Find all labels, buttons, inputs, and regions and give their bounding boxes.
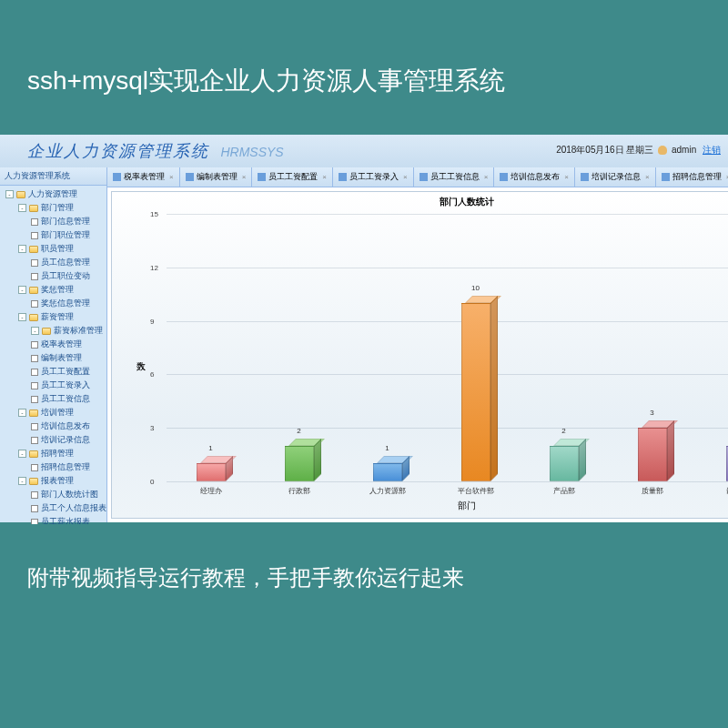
- tree-node[interactable]: -人力资源管理: [0, 187, 106, 201]
- tree-node[interactable]: 员工工资录入: [0, 379, 106, 392]
- tree-label: 薪资管理: [41, 311, 74, 323]
- bar-slot: 10平台软件部: [431, 214, 520, 481]
- tab[interactable]: 员工工资信息×: [414, 167, 495, 187]
- close-icon[interactable]: ×: [169, 173, 174, 181]
- tree-node[interactable]: 员工信息管理: [0, 256, 106, 269]
- tree-label: 员工工资录入: [41, 379, 90, 391]
- tree-node[interactable]: 员工工资信息: [0, 392, 106, 406]
- tab-icon: [186, 173, 194, 181]
- expand-icon[interactable]: -: [18, 450, 26, 458]
- bar-value-label: 10: [471, 284, 480, 292]
- tree-node[interactable]: -薪资管理: [0, 310, 106, 324]
- tree-node[interactable]: 税率表管理: [0, 338, 106, 351]
- tree-node[interactable]: 部门职位管理: [0, 228, 106, 242]
- header-user: admin: [672, 145, 696, 155]
- bar-slot: 3质量部: [608, 214, 696, 481]
- bar: [197, 456, 226, 481]
- close-icon[interactable]: ×: [645, 173, 650, 181]
- tree-label: 薪资标准管理: [54, 325, 103, 337]
- bar-slot: 1经理办: [167, 214, 255, 481]
- tab[interactable]: 税率表管理×: [107, 167, 180, 187]
- leaf-icon: [31, 464, 38, 471]
- tab-icon: [113, 173, 121, 181]
- close-icon[interactable]: ×: [564, 173, 569, 181]
- folder-open-icon: [29, 314, 38, 321]
- expand-icon[interactable]: -: [18, 477, 26, 485]
- close-icon[interactable]: ×: [403, 173, 408, 181]
- tab[interactable]: 培训信息发布×: [494, 167, 575, 187]
- tree-node[interactable]: 员工工资配置: [0, 365, 106, 379]
- tab[interactable]: 招聘信息管理×: [656, 167, 728, 187]
- tree-label: 部门人数统计图: [41, 489, 98, 500]
- tree-node[interactable]: -招聘管理: [0, 447, 106, 460]
- expand-icon[interactable]: -: [18, 204, 26, 212]
- tree-label: 培训信息发布: [41, 420, 90, 432]
- tree-label: 员工信息管理: [41, 257, 90, 268]
- tree-label: 培训管理: [41, 407, 74, 419]
- bar-slot: 2产品部: [520, 214, 608, 481]
- tree-label: 税率表管理: [41, 339, 82, 350]
- close-icon[interactable]: ×: [484, 173, 489, 181]
- tab-icon: [662, 173, 670, 181]
- tree-node[interactable]: -职员管理: [0, 242, 106, 256]
- expand-icon[interactable]: -: [18, 286, 26, 294]
- tree-node[interactable]: -薪资标准管理: [0, 324, 106, 338]
- tab-label: 税率表管理: [124, 171, 165, 183]
- x-tick: 质量部: [642, 486, 663, 496]
- tab-icon: [339, 173, 347, 181]
- logout-link[interactable]: 注销: [703, 145, 721, 155]
- close-icon[interactable]: ×: [242, 173, 247, 181]
- leaf-icon: [31, 273, 38, 280]
- tab[interactable]: 员工工资配置×: [252, 167, 333, 187]
- expand-icon[interactable]: -: [31, 327, 39, 335]
- expand-icon[interactable]: -: [18, 313, 26, 321]
- tab[interactable]: 员工工资录入×: [333, 167, 414, 187]
- tree-node[interactable]: -奖惩管理: [0, 283, 106, 297]
- app-title: 企业人力资源管理系统: [0, 135, 209, 162]
- tree-label: 员工个人信息报表: [41, 502, 106, 514]
- tab[interactable]: 培训记录信息×: [575, 167, 656, 187]
- leaf-icon: [31, 218, 38, 226]
- tree-label: 培训记录信息: [41, 434, 90, 446]
- chart-title: 部门人数统计: [112, 192, 728, 212]
- leaf-icon: [31, 423, 38, 430]
- expand-icon[interactable]: -: [18, 409, 26, 417]
- tree-node[interactable]: 部门人数统计图: [0, 488, 106, 501]
- bar-value-label: 3: [650, 409, 653, 417]
- tree-node[interactable]: -报表管理: [0, 474, 106, 488]
- tab-label: 员工工资配置: [268, 171, 318, 183]
- tree-node[interactable]: 员工个人信息报表: [0, 501, 106, 515]
- expand-icon[interactable]: -: [5, 190, 14, 198]
- tree-node[interactable]: -部门管理: [0, 201, 106, 215]
- tree-node[interactable]: 培训记录信息: [0, 433, 106, 447]
- tab-label: 培训记录信息: [592, 171, 641, 183]
- bars-container: 1经理办2行政部1人力资源部10平台软件部2产品部3质量部2嵌入式部: [167, 214, 728, 481]
- folder-open-icon: [29, 287, 38, 294]
- tree-node[interactable]: 员工薪水报表: [0, 515, 106, 524]
- nav-tree: -人力资源管理-部门管理部门信息管理部门职位管理-职员管理员工信息管理员工职位变…: [0, 186, 106, 524]
- x-tick: 产品部: [553, 486, 575, 496]
- tree-node[interactable]: 编制表管理: [0, 351, 106, 365]
- tab-label: 培训信息发布: [511, 171, 560, 183]
- gridline: [167, 481, 728, 482]
- page-footer: 附带视频指导运行教程，手把手教你运行起来: [0, 522, 728, 633]
- leaf-icon: [31, 505, 38, 512]
- tree-node[interactable]: 奖惩信息管理: [0, 297, 106, 310]
- leaf-icon: [31, 437, 38, 444]
- tree-label: 部门职位管理: [41, 229, 90, 241]
- tree-label: 员工职位变动: [41, 270, 90, 282]
- expand-icon[interactable]: -: [18, 245, 26, 253]
- bar-slot: 2行政部: [255, 214, 343, 481]
- tree-node[interactable]: -培训管理: [0, 406, 106, 420]
- close-icon[interactable]: ×: [322, 173, 327, 181]
- tree-node[interactable]: 员工职位变动: [0, 269, 106, 283]
- tab[interactable]: 编制表管理×: [180, 167, 253, 187]
- tree-node[interactable]: 培训信息发布: [0, 420, 106, 433]
- page-title: ssh+mysql实现企业人力资源人事管理系统: [0, 0, 728, 135]
- tree-node[interactable]: 部门信息管理: [0, 215, 106, 228]
- app-header: 企业人力资源管理系统 HRMSSYS 2018年05月16日 星期三 admin…: [0, 135, 728, 167]
- leaf-icon: [31, 519, 38, 525]
- tree-node[interactable]: 招聘信息管理: [0, 460, 106, 474]
- leaf-icon: [31, 382, 38, 389]
- tree-label: 部门信息管理: [41, 216, 90, 228]
